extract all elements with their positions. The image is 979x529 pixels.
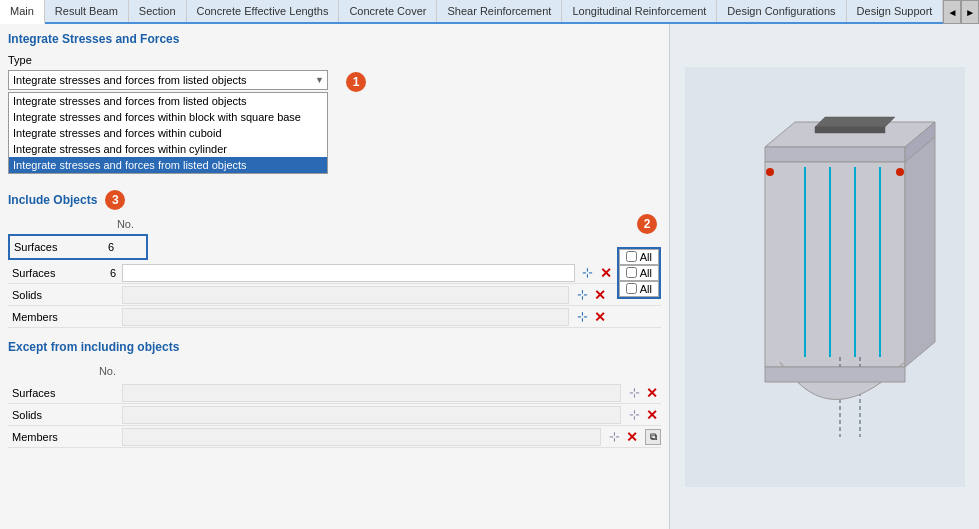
include-objects-title: Include Objects — [8, 193, 97, 207]
include-members-clear[interactable]: ✕ — [591, 308, 609, 326]
copy-button[interactable]: ⧉ — [645, 429, 661, 445]
3d-viz-svg — [685, 67, 965, 487]
except-title: Except from including objects — [8, 340, 661, 354]
badge-3: 3 — [105, 190, 125, 210]
tab-concrete-effective-lengths[interactable]: Concrete Effective Lengths — [187, 0, 340, 22]
except-solids-row: Solids ⊹ ✕ — [8, 404, 661, 426]
svg-marker-4 — [815, 117, 895, 127]
3d-visualization — [685, 67, 965, 487]
tab-result-beam[interactable]: Result Beam — [45, 0, 129, 22]
include-objects-section: Include Objects 3 No. 2 Surfaces 6 — [8, 190, 661, 328]
include-members-cursor[interactable]: ⊹ — [573, 308, 591, 326]
no-header-include: No. — [72, 218, 142, 230]
include-surfaces-row: Surfaces 6 ⊹ ✕ All All All — [8, 262, 661, 284]
except-no-header: No. — [72, 365, 122, 377]
type-label: Type — [8, 54, 661, 66]
tab-scroll-right[interactable]: ► — [961, 0, 979, 24]
include-solids-clear[interactable]: ✕ — [591, 286, 609, 304]
type-dropdown-container: Integrate stresses and forces from liste… — [8, 70, 328, 90]
surfaces-label: Surfaces — [10, 241, 70, 253]
tab-longitudinal-reinforcement[interactable]: Longitudinal Reinforcement — [562, 0, 717, 22]
tab-bar: Main Result Beam Section Concrete Effect… — [0, 0, 979, 24]
include-surfaces-input[interactable] — [122, 264, 575, 282]
except-solids-clear[interactable]: ✕ — [643, 406, 661, 424]
except-members-cursor[interactable]: ⊹ — [605, 428, 623, 446]
include-solids-all[interactable]: All — [619, 265, 659, 281]
badge-1: 1 — [346, 72, 366, 92]
except-surfaces-label: Surfaces — [8, 387, 72, 399]
svg-point-9 — [896, 168, 904, 176]
include-surfaces-all[interactable]: All — [619, 249, 659, 265]
include-members-row: Members ⊹ ✕ — [8, 306, 661, 328]
except-surfaces-row: Surfaces ⊹ ✕ — [8, 382, 661, 404]
svg-marker-7 — [905, 137, 935, 367]
dropdown-option-1[interactable]: Integrate stresses and forces from liste… — [9, 93, 327, 109]
type-dropdown[interactable]: Integrate stresses and forces from liste… — [8, 70, 328, 90]
integrate-section-title: Integrate Stresses and Forces — [8, 32, 661, 46]
all-group: All All All — [617, 247, 661, 299]
badge-2: 2 — [637, 214, 657, 234]
include-surfaces-clear[interactable]: ✕ — [597, 264, 615, 282]
tab-concrete-cover[interactable]: Concrete Cover — [339, 0, 437, 22]
tab-shear-reinforcement[interactable]: Shear Reinforcement — [437, 0, 562, 22]
surfaces-row: Surfaces 6 — [10, 236, 146, 258]
include-solids-cursor[interactable]: ⊹ — [573, 286, 591, 304]
include-members-label: Members — [8, 311, 72, 323]
include-solids-input[interactable] — [122, 286, 569, 304]
tab-design-support[interactable]: Design Support — [847, 0, 944, 22]
include-surfaces-value: 6 — [72, 267, 122, 279]
except-members-clear[interactable]: ✕ — [623, 428, 641, 446]
right-panel — [670, 24, 979, 529]
dropdown-option-3[interactable]: Integrate stresses and forces within cub… — [9, 125, 327, 141]
svg-point-8 — [766, 168, 774, 176]
dropdown-list: Integrate stresses and forces from liste… — [8, 92, 328, 174]
left-panel: Integrate Stresses and Forces Type Integ… — [0, 24, 670, 529]
include-members-all[interactable]: All — [619, 281, 659, 297]
svg-marker-6 — [765, 162, 905, 367]
except-solids-input[interactable] — [122, 406, 621, 424]
tab-main[interactable]: Main — [0, 0, 45, 24]
dropdown-option-2[interactable]: Integrate stresses and forces within blo… — [9, 109, 327, 125]
except-surfaces-cursor[interactable]: ⊹ — [625, 384, 643, 402]
except-surfaces-clear[interactable]: ✕ — [643, 384, 661, 402]
dropdown-option-4[interactable]: Integrate stresses and forces within cyl… — [9, 141, 327, 157]
except-solids-cursor[interactable]: ⊹ — [625, 406, 643, 424]
tab-section[interactable]: Section — [129, 0, 187, 22]
except-section: Except from including objects No. Surfac… — [8, 340, 661, 448]
svg-marker-16 — [765, 367, 905, 382]
except-solids-label: Solids — [8, 409, 72, 421]
svg-marker-5 — [815, 127, 885, 133]
surfaces-no: 6 — [70, 241, 120, 253]
except-members-row: Members ⊹ ✕ ⧉ — [8, 426, 661, 448]
tab-design-configurations[interactable]: Design Configurations — [717, 0, 846, 22]
include-surfaces-cursor[interactable]: ⊹ — [579, 264, 597, 282]
include-solids-label: Solids — [8, 289, 72, 301]
include-members-input[interactable] — [122, 308, 569, 326]
dropdown-option-5[interactable]: Integrate stresses and forces from liste… — [9, 157, 327, 173]
include-solids-row: Solids ⊹ ✕ — [8, 284, 661, 306]
except-surfaces-input[interactable] — [122, 384, 621, 402]
include-surfaces-label: Surfaces — [8, 267, 72, 279]
svg-marker-2 — [765, 147, 905, 162]
except-members-input[interactable] — [122, 428, 601, 446]
tab-scroll-left[interactable]: ◄ — [943, 0, 961, 24]
except-members-label: Members — [8, 431, 72, 443]
